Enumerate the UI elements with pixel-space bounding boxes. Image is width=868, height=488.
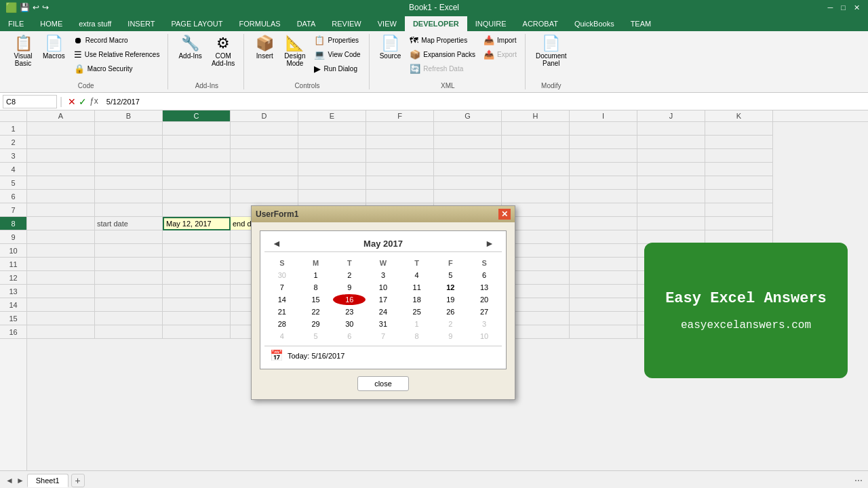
cell-j7[interactable] (637, 203, 705, 217)
cell-a15[interactable] (27, 312, 95, 325)
col-header-h[interactable]: H (502, 110, 570, 121)
tab-file[interactable]: FILE (0, 16, 32, 31)
cal-day-28[interactable]: 28 (266, 319, 298, 329)
cell-g4[interactable] (434, 163, 502, 176)
cal-day-1[interactable]: 1 (300, 270, 332, 281)
cell-i9[interactable] (570, 230, 637, 244)
cell-j9[interactable] (637, 230, 705, 244)
cell-j2[interactable] (637, 136, 705, 149)
cell-a10[interactable] (27, 244, 95, 258)
cell-c16[interactable] (163, 325, 231, 339)
cell-k16[interactable] (705, 325, 773, 339)
cell-d3[interactable] (231, 149, 298, 163)
col-header-j[interactable]: J (637, 110, 705, 121)
visual-basic-button[interactable]: 📋 VisualBasic (9, 34, 37, 69)
cal-day-10[interactable]: 10 (367, 282, 399, 293)
col-header-i[interactable]: I (570, 110, 637, 121)
cell-b15[interactable] (95, 312, 163, 325)
cell-f5[interactable] (366, 176, 434, 190)
name-box[interactable] (3, 95, 57, 108)
cell-k3[interactable] (705, 149, 773, 163)
cell-k5[interactable] (705, 176, 773, 190)
design-mode-button[interactable]: 📐 DesignMode (281, 34, 309, 69)
cell-g2[interactable] (434, 136, 502, 149)
userform-close-button[interactable]: ✕ (498, 209, 511, 220)
tab-formulas[interactable]: FORMULAS (231, 16, 289, 31)
cell-h4[interactable] (502, 163, 570, 176)
row-header-6[interactable]: 6 (0, 190, 26, 203)
row-header-14[interactable]: 14 (0, 298, 26, 312)
cell-j5[interactable] (637, 176, 705, 190)
cal-day-8[interactable]: 8 (300, 282, 332, 293)
cell-a8[interactable] (27, 217, 95, 230)
cell-i15[interactable] (570, 312, 637, 325)
cell-b2[interactable] (95, 136, 163, 149)
cell-g5[interactable] (434, 176, 502, 190)
cal-day-23[interactable]: 23 (333, 306, 366, 317)
cell-a7[interactable] (27, 203, 95, 217)
cell-k1[interactable] (705, 122, 773, 136)
cal-day-16[interactable]: 16 (333, 294, 366, 305)
cell-i12[interactable] (570, 271, 637, 285)
col-header-k[interactable]: K (705, 110, 773, 121)
cell-b9[interactable] (95, 230, 163, 244)
cal-day-14[interactable]: 14 (266, 294, 298, 305)
cal-day-2-next[interactable]: 2 (435, 319, 467, 329)
cell-f1[interactable] (366, 122, 434, 136)
add-sheet-button[interactable]: + (71, 474, 85, 487)
cal-day-5-next[interactable]: 5 (300, 331, 332, 342)
cell-a13[interactable] (27, 285, 95, 298)
cell-a9[interactable] (27, 230, 95, 244)
cell-i7[interactable] (570, 203, 637, 217)
cell-j10[interactable] (637, 244, 705, 258)
cell-c5[interactable] (163, 176, 231, 190)
col-header-e[interactable]: E (298, 110, 366, 121)
cell-k8[interactable] (705, 217, 773, 230)
cell-j4[interactable] (637, 163, 705, 176)
use-relative-references-button[interactable]: ☰ Use Relative References (71, 48, 163, 61)
cell-j6[interactable] (637, 190, 705, 203)
cell-h6[interactable] (502, 190, 570, 203)
cal-day-1-next[interactable]: 1 (401, 319, 433, 329)
cell-j1[interactable] (637, 122, 705, 136)
cell-a1[interactable] (27, 122, 95, 136)
cal-day-20[interactable]: 20 (468, 294, 500, 305)
map-properties-button[interactable]: 🗺 Map Properties (407, 34, 478, 47)
cell-k2[interactable] (705, 136, 773, 149)
tab-developer[interactable]: DEVELOPER (405, 16, 467, 31)
run-dialog-button[interactable]: ▶ Run Dialog (311, 62, 363, 75)
row-header-15[interactable]: 15 (0, 312, 26, 325)
calendar-close-button[interactable]: close (357, 376, 409, 391)
cal-day-31[interactable]: 31 (367, 319, 399, 329)
cell-k13[interactable] (705, 285, 773, 298)
cell-a3[interactable] (27, 149, 95, 163)
cell-b7[interactable] (95, 203, 163, 217)
cell-b12[interactable] (95, 271, 163, 285)
cell-g1[interactable] (434, 122, 502, 136)
view-code-button[interactable]: 💻 View Code (311, 48, 363, 61)
tab-home[interactable]: HOME (32, 16, 71, 31)
cal-day-8-next[interactable]: 8 (401, 331, 433, 342)
export-button[interactable]: 📤 Export (481, 48, 519, 61)
record-macro-button[interactable]: ⏺ Record Macro (71, 34, 163, 47)
refresh-data-button[interactable]: 🔄 Refresh Data (407, 62, 478, 75)
cal-day-7[interactable]: 7 (266, 282, 298, 293)
calendar-prev-button[interactable]: ◄ (270, 238, 283, 249)
insert-button[interactable]: 📦 Insert (251, 34, 278, 62)
cal-day-30-prev[interactable]: 30 (266, 270, 298, 281)
cell-g3[interactable] (434, 149, 502, 163)
cell-k10[interactable] (705, 244, 773, 258)
cell-i14[interactable] (570, 298, 637, 312)
cal-day-9-next[interactable]: 9 (435, 331, 467, 342)
tab-inquire[interactable]: INQUIRE (467, 16, 515, 31)
cell-b14[interactable] (95, 298, 163, 312)
cell-a6[interactable] (27, 190, 95, 203)
cell-a12[interactable] (27, 271, 95, 285)
row-header-10[interactable]: 10 (0, 244, 26, 258)
cell-k7[interactable] (705, 203, 773, 217)
cal-day-30[interactable]: 30 (333, 319, 366, 329)
cell-i10[interactable] (570, 244, 637, 258)
tab-acrobat[interactable]: ACROBAT (515, 16, 566, 31)
row-header-5[interactable]: 5 (0, 176, 26, 190)
tab-review[interactable]: REVIEW (323, 16, 369, 31)
